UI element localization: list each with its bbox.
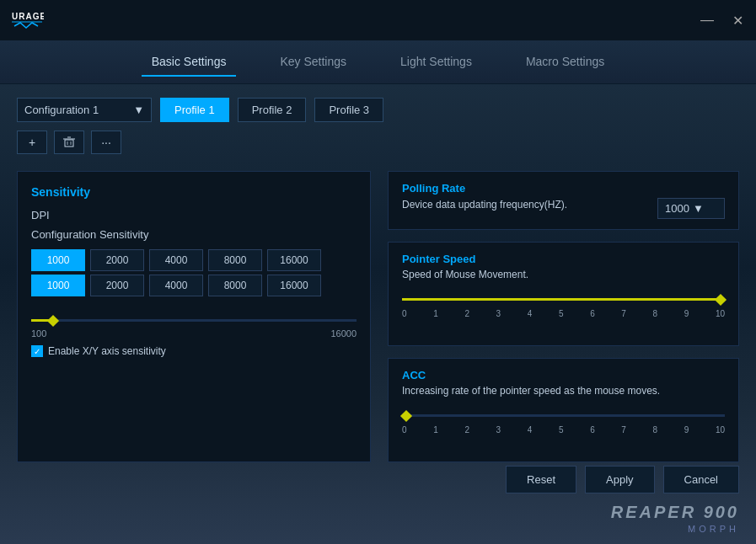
polling-rate-row: Device data updating frequency(HZ). 1000…	[402, 198, 725, 219]
dpi-row-bottom: 1000 2000 4000 8000 16000	[31, 275, 357, 296]
profile-row: Configuration 1 ▼ Profile 1 Profile 2 Pr…	[17, 98, 739, 122]
config-select-label: Configuration 1	[24, 104, 99, 116]
add-profile-button[interactable]: +	[17, 131, 47, 154]
pointer-speed-desc: Speed of Mouse Movement.	[402, 269, 725, 280]
minimize-button[interactable]: —	[699, 12, 716, 29]
brand-sub: MORPH	[611, 524, 739, 534]
trash-icon	[63, 136, 75, 148]
action-row: + ···	[17, 131, 739, 154]
dpi-top-3[interactable]: 4000	[149, 249, 203, 271]
cancel-button[interactable]: Cancel	[663, 466, 739, 493]
nav-bar: Basic Settings Key Settings Light Settin…	[0, 40, 756, 84]
dpi-top-4[interactable]: 8000	[208, 249, 262, 271]
right-panels: Polling Rate Device data updating freque…	[388, 171, 739, 462]
dpi-top-2[interactable]: 2000	[90, 249, 144, 271]
acc-labels: 01 23 45 67 89 10	[402, 425, 725, 435]
brand-footer: REAPER 900 MORPH	[611, 503, 739, 534]
profile-2-button[interactable]: Profile 2	[238, 98, 307, 122]
bottom-buttons: Reset Apply Cancel	[506, 466, 739, 493]
dpi-min-label: 100	[31, 328, 46, 339]
polling-rate-value: 1000	[665, 202, 689, 215]
more-options-button[interactable]: ···	[91, 131, 121, 154]
xy-axis-checkbox[interactable]: ✓	[31, 345, 43, 357]
profile-1-button[interactable]: Profile 1	[160, 98, 229, 122]
profile-3-button[interactable]: Profile 3	[314, 98, 383, 122]
polling-rate-panel: Polling Rate Device data updating freque…	[388, 171, 739, 230]
acc-desc: Increasing rate of the pointer speed as …	[402, 385, 725, 397]
xy-axis-label: Enable X/Y axis sensitivity	[48, 345, 166, 357]
dpi-slider[interactable]	[31, 319, 357, 322]
delete-profile-button[interactable]	[54, 131, 84, 154]
dpi-bot-4[interactable]: 8000	[208, 275, 262, 296]
brand-name: REAPER 900	[611, 503, 739, 522]
dpi-bot-3[interactable]: 4000	[149, 275, 203, 296]
apply-button[interactable]: Apply	[585, 466, 655, 493]
dpi-top-1[interactable]: 1000	[31, 249, 85, 271]
urage-logo-icon: URAGE	[10, 8, 44, 33]
pointer-speed-labels: 01 23 45 67 89 10	[402, 309, 725, 318]
dpi-bot-1[interactable]: 1000	[31, 275, 85, 296]
acc-title: ACC	[402, 369, 725, 381]
logo-area: URAGE	[10, 8, 44, 33]
polling-rate-arrow-icon: ▼	[693, 202, 704, 215]
tab-macro-settings[interactable]: Macro Settings	[516, 48, 614, 77]
main-columns: Sensitivity DPI Configuration Sensitivit…	[17, 171, 739, 462]
dpi-grid: 1000 2000 4000 8000 16000 1000 2000 4000…	[31, 249, 357, 296]
config-select-arrow-icon: ▼	[133, 104, 144, 116]
pointer-speed-title: Pointer Speed	[402, 253, 725, 265]
config-select[interactable]: Configuration 1 ▼	[17, 98, 152, 122]
svg-rect-2	[65, 140, 73, 147]
xy-axis-checkbox-row: ✓ Enable X/Y axis sensitivity	[31, 345, 357, 357]
dpi-bot-5[interactable]: 16000	[267, 275, 321, 296]
close-button[interactable]: ✕	[729, 12, 746, 29]
dpi-slider-labels: 100 16000	[31, 328, 357, 339]
dpi-max-label: 16000	[330, 328, 357, 339]
reset-button[interactable]: Reset	[506, 466, 576, 493]
config-sens-label: Configuration Sensitivity	[31, 228, 357, 241]
titlebar-controls: — ✕	[699, 12, 746, 29]
dpi-slider-container: 100 16000	[31, 310, 357, 339]
pointer-speed-slider-container: 01 23 45 67 89 10	[402, 289, 725, 335]
pointer-speed-slider[interactable]	[402, 298, 725, 301]
acc-slider[interactable]	[402, 414, 725, 417]
tab-light-settings[interactable]: Light Settings	[390, 48, 482, 77]
tab-key-settings[interactable]: Key Settings	[270, 48, 357, 77]
dpi-bot-2[interactable]: 2000	[90, 275, 144, 296]
acc-slider-container: 01 23 45 67 89 10	[402, 405, 725, 451]
polling-rate-select[interactable]: 1000 ▼	[657, 198, 725, 219]
content-area: Configuration 1 ▼ Profile 1 Profile 2 Pr…	[0, 84, 756, 544]
dpi-top-5[interactable]: 16000	[267, 249, 321, 271]
sensitivity-panel: Sensitivity DPI Configuration Sensitivit…	[17, 171, 371, 462]
polling-rate-title: Polling Rate	[402, 182, 725, 195]
pointer-speed-panel: Pointer Speed Speed of Mouse Movement. 0…	[388, 242, 739, 346]
acc-panel: ACC Increasing rate of the pointer speed…	[388, 358, 739, 462]
svg-text:URAGE: URAGE	[12, 12, 44, 21]
titlebar: URAGE — ✕	[0, 0, 756, 40]
sensitivity-title: Sensitivity	[31, 185, 357, 199]
checkbox-check-icon: ✓	[34, 347, 40, 356]
dpi-row-top: 1000 2000 4000 8000 16000	[31, 249, 357, 271]
tab-basic-settings[interactable]: Basic Settings	[142, 48, 237, 77]
polling-rate-desc: Device data updating frequency(HZ).	[402, 199, 567, 211]
dpi-label: DPI	[31, 209, 357, 221]
